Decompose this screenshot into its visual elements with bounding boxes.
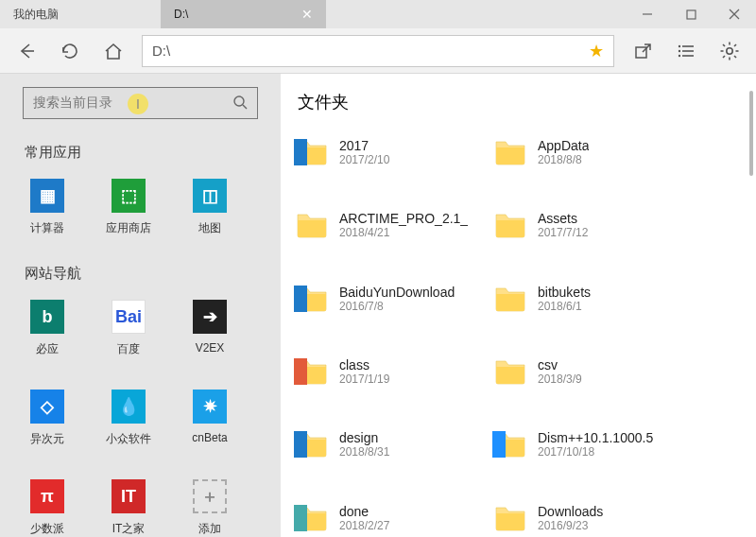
site-item-7[interactable]: ITIT之家 (104, 479, 153, 537)
folder-date: 2016/9/23 (538, 519, 603, 532)
app-label: 添加 (198, 521, 221, 537)
folder-text: ARCTIME_PRO_2.1_2018/4/21 (339, 211, 468, 239)
folder-name: design (339, 430, 389, 445)
app-label: 地图 (198, 220, 221, 236)
section-heading-apps: 常用应用 (25, 144, 258, 162)
back-button[interactable] (6, 30, 47, 72)
app-item-0[interactable]: ▦计算器 (23, 179, 72, 236)
folder-date: 2018/2/27 (339, 519, 389, 532)
svg-line-18 (734, 56, 736, 58)
open-external-icon (633, 42, 652, 61)
minimize-button[interactable] (626, 0, 669, 28)
app-icon: ◇ (30, 390, 64, 424)
folder-date: 2017/10/18 (538, 445, 653, 459)
tab-d-drive[interactable]: D:\ ✕ (161, 0, 326, 28)
toolbar: D:\ ★ (0, 28, 756, 74)
svg-rect-1 (687, 10, 696, 19)
settings-button[interactable] (709, 30, 750, 72)
folder-date: 2018/4/21 (339, 226, 468, 239)
folder-grid: 20172017/2/10AppData2018/8/8ARCTIME_PRO_… (292, 130, 756, 537)
folder-item[interactable]: 20172017/2/10 (292, 130, 481, 174)
svg-line-22 (243, 105, 247, 109)
folder-item[interactable]: AppData2018/8/8 (490, 130, 679, 174)
app-icon: ➔ (193, 300, 227, 334)
site-item-0[interactable]: b必应 (23, 300, 72, 357)
folder-icon (296, 283, 328, 315)
svg-line-20 (723, 56, 725, 58)
folder-name: Assets (538, 211, 588, 226)
svg-point-11 (679, 54, 680, 56)
svg-point-12 (727, 47, 732, 53)
scrollbar-thumb[interactable] (749, 91, 753, 176)
folder-text: Dism++10.1.1000.52017/10/18 (538, 430, 653, 459)
home-button[interactable] (93, 30, 134, 72)
folder-name: csv (538, 357, 582, 372)
svg-point-9 (679, 44, 680, 46)
minimize-icon (642, 9, 653, 20)
app-icon: ▦ (30, 179, 64, 213)
folder-text: Assets2017/7/12 (538, 211, 588, 239)
folder-item[interactable]: ARCTIME_PRO_2.1_2018/4/21 (292, 203, 481, 247)
folder-name: Downloads (538, 504, 603, 519)
app-item-1[interactable]: ⬚应用商店 (104, 179, 153, 236)
site-item-4[interactable]: 💧小众软件 (104, 390, 153, 447)
open-external-button[interactable] (622, 30, 663, 72)
search-input[interactable]: 搜索当前目录 I (23, 87, 258, 119)
svg-line-19 (734, 44, 736, 46)
site-item-2[interactable]: ➔V2EX (185, 300, 234, 357)
folder-icon (494, 428, 526, 460)
folder-item[interactable]: Dism++10.1.1000.52017/10/18 (490, 423, 679, 466)
app-label: 必应 (36, 341, 59, 357)
folder-item[interactable]: csv2018/3/9 (490, 350, 679, 393)
window-buttons (626, 0, 756, 28)
list-icon (677, 42, 696, 61)
section-heading-sites: 网站导航 (25, 265, 258, 283)
maximize-icon (686, 9, 696, 20)
maximize-button[interactable] (669, 0, 713, 28)
folder-item[interactable]: bitbukets2018/6/1 (490, 277, 679, 320)
svg-point-21 (234, 96, 244, 106)
folder-item[interactable]: Downloads2016/9/23 (490, 496, 679, 537)
search-placeholder: 搜索当前目录 (33, 95, 112, 112)
address-text: D:\ (152, 43, 170, 59)
app-label: 百度 (117, 341, 140, 357)
site-item-3[interactable]: ◇异次元 (23, 390, 72, 447)
app-icon: Bai (112, 300, 146, 334)
folder-text: BaiduYunDownload2016/7/8 (339, 285, 455, 313)
svg-point-10 (679, 49, 680, 51)
folder-name: ARCTIME_PRO_2.1_ (339, 211, 468, 226)
folder-name: Dism++10.1.1000.5 (538, 430, 653, 445)
folder-date: 2016/7/8 (339, 300, 455, 313)
folder-icon (494, 355, 526, 388)
folder-name: BaiduYunDownload (339, 285, 455, 300)
star-icon[interactable]: ★ (589, 41, 604, 61)
site-item-5[interactable]: ✷cnBeta (185, 390, 234, 447)
folder-icon (494, 136, 526, 168)
back-icon (16, 41, 37, 61)
folder-item[interactable]: done2018/2/27 (292, 496, 481, 537)
folder-item[interactable]: design2018/8/31 (292, 423, 481, 466)
folder-text: bitbukets2018/6/1 (538, 285, 591, 313)
site-item-1[interactable]: Bai百度 (104, 300, 153, 357)
app-icon: ⬚ (112, 179, 146, 213)
address-bar[interactable]: D:\ ★ (142, 35, 614, 67)
app-label: 小众软件 (106, 431, 151, 447)
folder-date: 2018/6/1 (538, 300, 591, 313)
sites-grid: b必应Bai百度➔V2EX◇异次元💧小众软件✷cnBetaπ少数派ITIT之家＋… (23, 300, 258, 537)
app-label: 少数派 (30, 521, 64, 537)
app-icon: b (30, 300, 64, 334)
list-view-button[interactable] (665, 30, 707, 72)
site-item-6[interactable]: π少数派 (23, 479, 72, 537)
folder-item[interactable]: Assets2017/7/12 (490, 203, 679, 247)
folder-item[interactable]: BaiduYunDownload2016/7/8 (292, 277, 481, 320)
close-button[interactable] (713, 0, 756, 28)
app-item-2[interactable]: ◫地图 (185, 179, 234, 236)
folder-date: 2018/8/31 (339, 445, 389, 459)
close-icon[interactable]: ✕ (301, 7, 313, 22)
gear-icon (719, 41, 740, 61)
refresh-button[interactable] (49, 30, 91, 72)
site-item-8[interactable]: ＋添加 (185, 479, 234, 537)
folder-icon (296, 428, 328, 460)
tab-mycomputer[interactable]: 我的电脑 (0, 0, 161, 28)
folder-item[interactable]: class2017/1/19 (292, 350, 481, 393)
